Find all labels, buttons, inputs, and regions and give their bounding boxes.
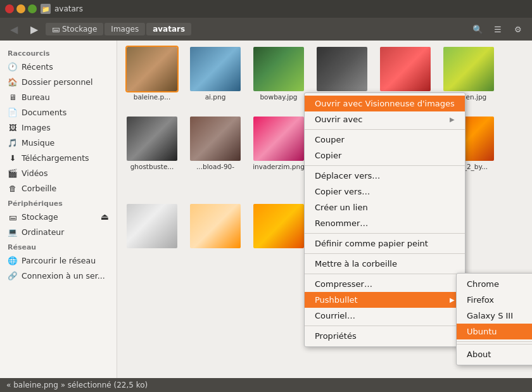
search-button[interactable]: 🔍	[469, 20, 486, 38]
file-name: ...bload-90-	[196, 163, 234, 172]
file-item[interactable]: ghostbuste...	[124, 117, 180, 198]
divider	[305, 165, 465, 166]
chrome-item[interactable]: Chrome	[457, 276, 532, 292]
sidebar-item-images[interactable]: 🖼 Images	[0, 120, 117, 135]
breadcrumb: 🖴 Stockage Images avatars	[46, 23, 193, 35]
minimize-button[interactable]	[16, 4, 25, 13]
downloads-icon: ⬇	[8, 153, 18, 163]
compress-item[interactable]: Compresser…	[305, 276, 465, 292]
storage-icon: 🖴	[52, 25, 60, 34]
email-item[interactable]: Courriel…	[305, 308, 465, 324]
server-icon: 🔗	[8, 270, 18, 281]
create-link-item[interactable]: Créer un lien	[305, 199, 465, 215]
file-thumbnail	[190, 47, 241, 91]
copy-item[interactable]: Copier	[305, 148, 465, 163]
network-icon: 🌐	[8, 255, 18, 265]
divider	[457, 341, 532, 342]
file-item[interactable]: invaderzim.png	[250, 117, 307, 198]
close-button[interactable]	[5, 4, 14, 13]
set-wallpaper-item[interactable]: Définir comme papier peint	[305, 236, 465, 251]
hamburger-icon: ☰	[494, 25, 502, 34]
file-name: ai.png	[205, 93, 226, 102]
sidebar-item-documents[interactable]: 📄 Documents	[0, 104, 117, 120]
menu-button[interactable]: ☰	[489, 20, 507, 38]
breadcrumb-avatars[interactable]: avatars	[146, 23, 191, 35]
sidebar-item-connect-server[interactable]: 🔗 Connexion à un ser...	[0, 268, 117, 283]
eject-icon: ⏏	[101, 212, 109, 222]
sidebar-item-downloads[interactable]: ⬇ Téléchargements	[0, 150, 117, 165]
videos-icon: 🎬	[8, 168, 18, 178]
file-item[interactable]: ai.png	[187, 47, 244, 110]
file-item[interactable]	[250, 204, 307, 250]
file-item[interactable]	[124, 204, 180, 250]
file-item[interactable]: bowbay.jpg	[250, 47, 307, 110]
open-with-visionneuse-item[interactable]: Ouvrir avec Visionneuse d'images	[305, 96, 465, 111]
breadcrumb-images[interactable]: Images	[104, 23, 145, 35]
about-item[interactable]: About	[457, 346, 532, 362]
statusbar: « baleine.png » sélectionné (22,5 ko)	[0, 378, 532, 392]
toolbar: ◀ ▶ 🖴 Stockage Images avatars 🔍 ☰ ⚙	[0, 18, 532, 41]
statusbar-text: « baleine.png » sélectionné (22,5 ko)	[6, 381, 148, 389]
file-thumbnail	[380, 47, 431, 91]
sidebar-item-recents[interactable]: 🕐 Récents	[0, 59, 117, 74]
pushbullet-context-menu: Chrome Firefox Galaxy S III Ubuntu About	[456, 273, 532, 365]
file-item[interactable]: ...bload-90-	[187, 117, 244, 198]
settings-button[interactable]: ⚙	[509, 20, 527, 38]
file-thumbnail	[190, 117, 241, 161]
file-name: ghostbuste...	[130, 163, 174, 172]
titlebar: 📁 avatars	[0, 0, 532, 18]
shortcuts-section: Raccourcis	[0, 46, 117, 59]
sidebar-item-trash[interactable]: 🗑 Corbeille	[0, 180, 117, 196]
divider	[305, 129, 465, 130]
sidebar-item-browse-network[interactable]: 🌐 Parcourir le réseau	[0, 253, 117, 268]
cut-item[interactable]: Couper	[305, 132, 465, 148]
sidebar-item-desktop[interactable]: 🖥 Bureau	[0, 89, 117, 104]
open-with-item[interactable]: Ouvrir avec ▶	[305, 111, 465, 127]
divider	[305, 233, 465, 234]
ubuntu-item[interactable]: Ubuntu	[457, 324, 532, 339]
sidebar-item-videos[interactable]: 🎬 Vidéos	[0, 165, 117, 180]
file-item[interactable]	[187, 204, 244, 250]
sidebar-item-computer[interactable]: 💻 Ordinateur	[0, 224, 117, 239]
trash-icon: 🗑	[8, 183, 18, 193]
breadcrumb-stockage[interactable]: 🖴 Stockage	[46, 23, 103, 35]
file-area: baleine.p... ai.png bowbay.jpg doudou_ni…	[117, 41, 532, 378]
trash-item[interactable]: Mettre à la corbeille	[305, 256, 465, 272]
divider	[457, 344, 532, 345]
file-thumbnail	[443, 47, 494, 91]
file-thumbnail	[127, 47, 177, 91]
file-name: bowbay.jpg	[260, 93, 297, 102]
galaxy-item[interactable]: Galaxy S III	[457, 308, 532, 324]
divider	[305, 274, 465, 274]
sidebar-item-music[interactable]: 🎵 Musique	[0, 135, 117, 150]
storage-icon: 🖴	[8, 212, 18, 222]
file-thumbnail	[253, 47, 304, 91]
file-thumbnail	[253, 204, 304, 248]
sidebar-item-home[interactable]: 🏠 Dossier personnel	[0, 74, 117, 89]
desktop-icon: 🖥	[8, 92, 18, 102]
properties-item[interactable]: Propriétés	[305, 328, 465, 344]
computer-icon: 💻	[8, 227, 18, 237]
window-title: avatars	[54, 4, 83, 13]
maximize-button[interactable]	[28, 4, 37, 13]
submenu-arrow-icon: ▶	[450, 116, 455, 123]
home-icon: 🏠	[8, 77, 18, 87]
file-thumbnail	[127, 204, 177, 248]
file-item[interactable]: baleine.p...	[124, 47, 180, 110]
rename-item[interactable]: Renommer…	[305, 215, 465, 231]
forward-button[interactable]: ▶	[25, 20, 43, 38]
pushbullet-arrow-icon: ▶	[450, 296, 455, 303]
sidebar-item-storage[interactable]: 🖴 Stockage ⏏	[0, 209, 117, 224]
file-name: baleine.p...	[134, 93, 171, 102]
firefox-item[interactable]: Firefox	[457, 292, 532, 308]
sidebar: Raccourcis 🕐 Récents 🏠 Dossier personnel…	[0, 41, 117, 378]
peripherals-section: Périphériques	[0, 196, 117, 209]
main-layout: Raccourcis 🕐 Récents 🏠 Dossier personnel…	[0, 41, 532, 378]
app-icon: 📁	[41, 4, 51, 14]
move-to-item[interactable]: Déplacer vers…	[305, 168, 465, 184]
copy-to-item[interactable]: Copier vers…	[305, 184, 465, 199]
file-name: invaderzim.png	[253, 163, 305, 172]
documents-icon: 📄	[8, 107, 18, 117]
back-button[interactable]: ◀	[5, 20, 23, 38]
pushbullet-item[interactable]: Pushbullet ▶	[305, 292, 465, 308]
